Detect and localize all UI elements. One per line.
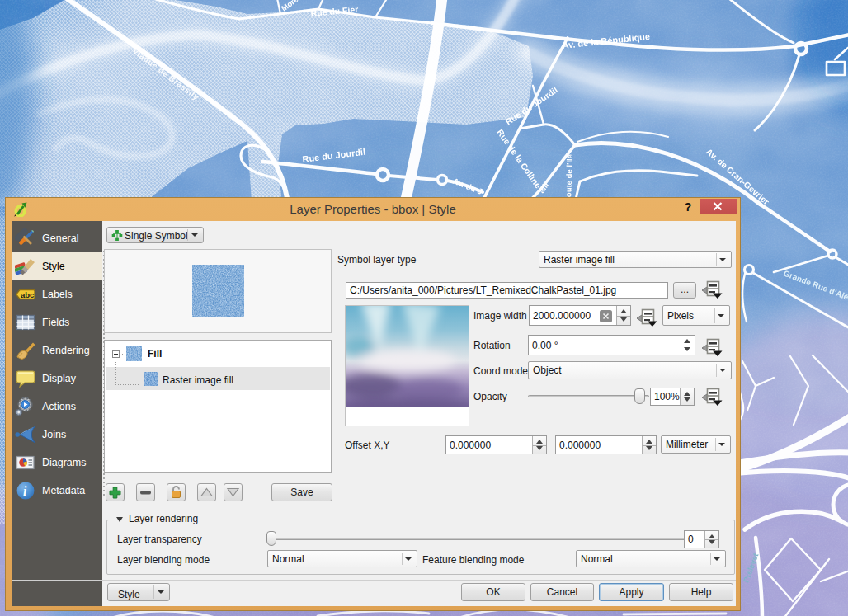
svg-text:abc: abc xyxy=(21,290,34,299)
svg-text:i: i xyxy=(23,484,27,498)
